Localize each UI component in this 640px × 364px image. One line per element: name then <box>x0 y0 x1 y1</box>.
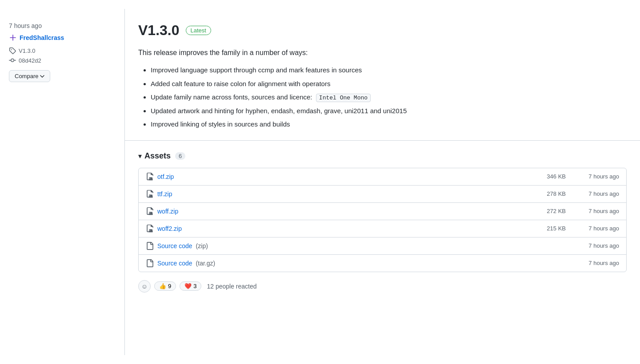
assets-count-badge: 6 <box>175 152 185 160</box>
tag-icon <box>9 47 16 54</box>
asset-time: 7 hours ago <box>566 225 619 232</box>
zip-icon <box>146 207 154 215</box>
asset-name-col: Source code (zip) <box>146 242 521 250</box>
asset-link[interactable]: woff2.zip <box>157 225 182 232</box>
thumbs-up-reaction[interactable]: 👍 9 <box>154 281 176 291</box>
plus-icon <box>9 34 17 42</box>
list-item: Update family name across fonts, sources… <box>151 92 627 103</box>
asset-size: 215 KB <box>521 225 566 232</box>
reactions-bar: ☺ 👍 9 ❤️ 3 12 people reacted <box>138 280 627 293</box>
release-version: V1.3.0 <box>138 22 180 39</box>
author-link[interactable]: FredShallcrass <box>20 34 64 41</box>
list-item: Improved linking of styles in sources an… <box>151 119 627 130</box>
tag-label: V1.3.0 <box>19 47 36 54</box>
author-row: FredShallcrass <box>9 34 116 42</box>
latest-badge: Latest <box>186 26 211 35</box>
heart-emoji: ❤️ <box>184 283 192 289</box>
asset-name-col: woff2.zip <box>146 225 521 233</box>
compare-label: Compare <box>15 73 38 79</box>
assets-toggle-button[interactable]: ▾ Assets <box>138 151 171 161</box>
asset-row: woff.zip 272 KB 7 hours ago <box>139 203 626 220</box>
release-list: Improved language support through ccmp a… <box>138 65 627 130</box>
asset-row: woff2.zip 215 KB 7 hours ago <box>139 220 626 237</box>
thumbs-up-count: 9 <box>168 283 171 289</box>
main-content: V1.3.0 Latest This release improves the … <box>124 9 640 355</box>
list-item: Added calt feature to raise colon for al… <box>151 79 627 89</box>
asset-time: 7 hours ago <box>566 208 619 214</box>
asset-link[interactable]: woff.zip <box>157 208 178 215</box>
heart-reaction[interactable]: ❤️ 3 <box>180 281 201 291</box>
release-description: This release improves the family in a nu… <box>138 47 627 58</box>
zip-icon <box>146 173 154 181</box>
compare-button[interactable]: Compare <box>9 70 50 82</box>
add-reaction-button[interactable]: ☺ <box>138 280 151 293</box>
heart-count: 3 <box>193 283 196 289</box>
source-icon <box>146 259 154 267</box>
asset-row: otf.zip 346 KB 7 hours ago <box>139 168 626 186</box>
asset-time: 7 hours ago <box>566 190 619 197</box>
inline-code: Intel One Mono <box>316 94 371 102</box>
assets-table: otf.zip 346 KB 7 hours ago ttf.zip 278 K… <box>138 168 627 272</box>
tag-row: V1.3.0 <box>9 47 116 54</box>
release-time: 7 hours ago <box>9 22 116 29</box>
commit-icon <box>9 57 16 64</box>
chevron-down-icon <box>40 74 44 79</box>
asset-row: Source code (zip) 7 hours ago <box>139 237 626 255</box>
release-sidebar: 7 hours ago FredShallcrass V1.3.0 08d42 <box>0 9 124 355</box>
source-icon <box>146 242 154 250</box>
assets-section: ▾ Assets 6 otf.zip 346 KB 7 hours ago <box>125 141 640 301</box>
list-item: Updated artwork and hinting for hyphen, … <box>151 106 627 116</box>
asset-time: 7 hours ago <box>566 260 619 266</box>
asset-size: 278 KB <box>521 190 566 197</box>
reactions-text: 12 people reacted <box>207 283 256 290</box>
assets-header: ▾ Assets 6 <box>138 151 627 161</box>
sidebar-meta: V1.3.0 08d42d2 <box>9 47 116 64</box>
source-code-zip-link[interactable]: Source code <box>157 242 192 249</box>
asset-size: 346 KB <box>521 173 566 180</box>
zip-icon <box>146 190 154 198</box>
asset-name-col: ttf.zip <box>146 190 521 198</box>
source-code-targz-link[interactable]: Source code <box>157 260 192 267</box>
list-item: Improved language support through ccmp a… <box>151 65 627 75</box>
source-code-zip-suffix: (zip) <box>196 242 208 249</box>
asset-name-col: woff.zip <box>146 207 521 215</box>
release-header-section: V1.3.0 Latest This release improves the … <box>125 9 640 141</box>
commit-row: 08d42d2 <box>9 57 116 64</box>
asset-link[interactable]: ttf.zip <box>157 190 172 198</box>
source-code-targz-suffix: (tar.gz) <box>196 260 216 267</box>
assets-title: Assets <box>144 151 171 161</box>
zip-icon <box>146 225 154 233</box>
smiley-icon: ☺ <box>141 283 148 290</box>
toggle-arrow: ▾ <box>138 152 142 160</box>
asset-row: Source code (tar.gz) 7 hours ago <box>139 255 626 272</box>
commit-label: 08d42d2 <box>19 57 41 64</box>
asset-row: ttf.zip 278 KB 7 hours ago <box>139 186 626 203</box>
release-title-row: V1.3.0 Latest <box>138 22 627 39</box>
asset-size: 272 KB <box>521 208 566 214</box>
thumbs-up-emoji: 👍 <box>159 283 166 289</box>
asset-link[interactable]: otf.zip <box>157 173 174 180</box>
asset-name-col: Source code (tar.gz) <box>146 259 521 267</box>
asset-time: 7 hours ago <box>566 173 619 180</box>
asset-time: 7 hours ago <box>566 242 619 249</box>
asset-name-col: otf.zip <box>146 173 521 181</box>
